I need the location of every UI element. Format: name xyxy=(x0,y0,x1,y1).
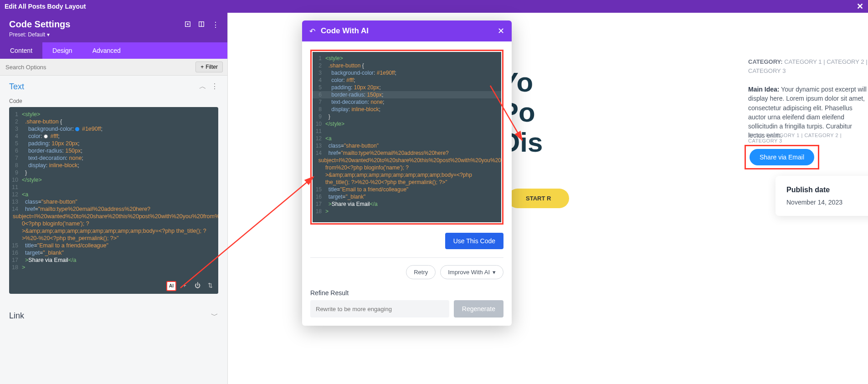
expand-icon[interactable]: ﹀ xyxy=(211,311,218,321)
publish-date-card: Publish date November 14, 2023 xyxy=(776,176,868,216)
section-kebab-icon[interactable]: ⋮ xyxy=(211,82,218,92)
main-idea-text: Main Idea: Your dynamic post excerpt wil… xyxy=(748,85,868,140)
use-this-code-button[interactable]: Use This Code xyxy=(445,233,503,249)
back-icon[interactable]: ↶ xyxy=(309,27,315,36)
preset-selector[interactable]: Preset: Default ▾ xyxy=(9,31,70,38)
improve-with-ai-button[interactable]: Improve With AI ▾ xyxy=(440,265,503,279)
settings-header: Code Settings Preset: Default ▾ ⋮ xyxy=(0,13,227,42)
modal-code-highlight-box: 1<style>2 .share-button {3 background-co… xyxy=(310,50,503,225)
search-input[interactable] xyxy=(0,59,191,75)
topbar: Edit All Posts Body Layout ✕ xyxy=(0,0,868,13)
section-text-title: Text xyxy=(9,82,24,92)
share-highlight-box: Share via Email xyxy=(745,145,819,169)
tab-content[interactable]: Content xyxy=(0,42,42,59)
share-via-email-button[interactable]: Share via Email xyxy=(750,149,814,165)
tags-line: TAGS: CATEGORY 1 | CATEGORY 2 | CATEGORY… xyxy=(748,133,868,143)
modal-code-editor[interactable]: 1<style>2 .share-button {3 background-co… xyxy=(313,52,501,222)
code-with-ai-modal: ↶ Code With AI ✕ 1<style>2 .share-button… xyxy=(302,20,512,326)
help-icon[interactable] xyxy=(185,21,191,29)
publish-date: November 14, 2023 xyxy=(786,199,868,206)
power-icon[interactable]: ⏻ xyxy=(193,281,202,290)
settings-tabs: Content Design Advanced xyxy=(0,42,227,59)
plus-icon[interactable]: + xyxy=(180,281,189,290)
topbar-title: Edit All Posts Body Layout xyxy=(5,3,86,10)
sort-icon[interactable]: ⇅ xyxy=(205,281,215,290)
tab-design[interactable]: Design xyxy=(42,42,82,59)
layout-icon[interactable] xyxy=(198,21,205,29)
settings-panel: Code Settings Preset: Default ▾ ⋮ Conten… xyxy=(0,13,228,384)
regenerate-button[interactable]: Regenerate xyxy=(454,300,503,317)
modal-close-icon[interactable]: ✕ xyxy=(498,26,504,36)
filter-button[interactable]: + Filter xyxy=(195,61,223,72)
kebab-icon[interactable]: ⋮ xyxy=(212,22,218,28)
modal-title: Code With AI xyxy=(321,26,369,36)
tab-advanced[interactable]: Advanced xyxy=(82,42,131,59)
ai-button[interactable]: AI xyxy=(166,281,176,291)
settings-title: Code Settings xyxy=(9,19,70,30)
close-icon[interactable]: ✕ xyxy=(857,1,863,11)
start-button[interactable]: START R xyxy=(508,189,569,208)
refine-result-label: Refine Result xyxy=(302,287,512,300)
category-line: CATEGORY: CATEGORY 1 | CATEGORY 2 | CATE… xyxy=(748,57,868,75)
code-field-label: Code xyxy=(0,98,227,107)
publish-title: Publish date xyxy=(786,186,868,194)
retry-button[interactable]: Retry xyxy=(406,265,436,279)
collapse-icon[interactable]: ︿ xyxy=(199,82,206,92)
svg-point-1 xyxy=(187,23,189,25)
section-link-title: Link xyxy=(9,311,24,321)
refine-input[interactable] xyxy=(310,300,449,317)
code-editor[interactable]: 1<style>2 .share-button {3 background-co… xyxy=(9,107,218,294)
